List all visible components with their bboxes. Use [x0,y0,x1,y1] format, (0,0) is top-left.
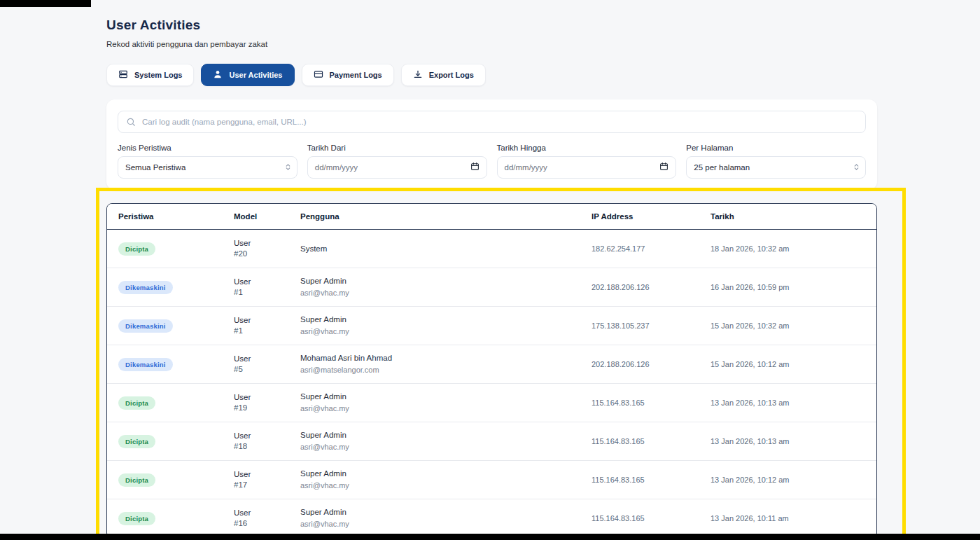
filter-label: Per Halaman [686,144,866,152]
event-badge: Dikemaskini [118,358,173,371]
user-name: Super Admin [300,314,569,325]
event-badge: Dikemaskini [118,281,173,294]
tab-user-activities[interactable]: User Activities [201,64,294,86]
filter-date-from: Tarikh Dari dd/mm/yyyy [307,144,487,179]
user-name: Super Admin [300,430,569,441]
filter-per-page: Per Halaman 25 per halaman [686,144,866,179]
model-name: User [234,431,278,441]
user-email: asri@matselangor.com [300,365,569,375]
ip-address: 115.164.83.165 [580,461,699,499]
user-email: asri@vhac.my [300,403,569,414]
table-row: Dikemaskini User #1 Super Admin asri@vha… [107,268,876,307]
model-id: #1 [234,287,278,298]
event-badge: Dicipta [118,396,155,410]
user-name: Super Admin [300,469,569,479]
user-icon [213,69,223,81]
model-id: #16 [234,518,278,529]
filter-date-to: Tarikh Hingga dd/mm/yyyy [497,144,677,179]
tab-bar: System Logs User Activities Payment Logs… [106,64,877,86]
credit-card-icon [314,69,323,81]
ip-address: 175.138.105.237 [580,307,699,345]
ip-address: 115.164.83.165 [580,422,699,461]
model-id: #19 [234,403,278,413]
user-email: asri@vhac.my [300,480,569,491]
table-header: Peristiwa Model Pengguna IP Address Tari… [107,204,876,230]
audit-log-table-card: Peristiwa Model Pengguna IP Address Tari… [106,203,877,539]
page-subtitle: Rekod aktiviti pengguna dan pembayar zak… [106,40,877,48]
log-date: 13 Jan 2026, 10:12 am [699,461,876,499]
table-body: Dicipta User #20 System 182.62.254.177 1… [107,230,876,538]
table-row: Dikemaskini User #5 Mohamad Asri bin Ahm… [107,345,876,384]
ip-address: 115.164.83.165 [580,499,699,538]
log-date: 13 Jan 2026, 10:13 am [699,384,876,422]
filter-label: Jenis Peristiwa [118,144,298,152]
table-row: Dicipta User #20 System 182.62.254.177 1… [107,230,876,268]
user-name: Super Admin [300,276,569,286]
column-header-model: Model [223,204,289,230]
user-name: System [300,244,569,254]
per-page-select[interactable]: 25 per halaman [686,156,866,179]
date-from-input[interactable]: dd/mm/yyyy [307,156,487,179]
user-email: asri@vhac.my [300,326,569,337]
ip-address: 182.62.254.177 [580,230,699,268]
calendar-icon[interactable] [659,161,668,174]
log-date: 15 Jan 2026, 10:12 am [699,345,876,384]
tab-label: System Logs [134,71,182,79]
filter-label: Tarikh Dari [307,144,487,152]
model-name: User [234,392,278,403]
table-row: Dicipta User #16 Super Admin asri@vhac.m… [107,499,876,538]
table-row: Dikemaskini User #1 Super Admin asri@vha… [107,307,876,345]
filter-card: Jenis Peristiwa Semua Peristiwa Tarikh D… [106,99,877,190]
model-name: User [234,238,278,249]
top-left-black-bar [0,0,91,7]
server-icon [118,69,128,81]
table-row: Dicipta User #19 Super Admin asri@vhac.m… [107,384,876,422]
log-date: 13 Jan 2026, 10:11 am [699,499,876,538]
model-id: #5 [234,364,278,375]
model-id: #20 [234,249,278,259]
event-type-select[interactable]: Semua Peristiwa [118,156,298,179]
date-to-input[interactable]: dd/mm/yyyy [497,156,677,179]
main-content: User Activities Rekod aktiviti pengguna … [106,0,877,539]
download-icon [413,69,423,81]
tab-export-logs[interactable]: Export Logs [401,64,486,86]
column-header-tarikh: Tarikh [699,204,876,230]
event-badge: Dicipta [118,473,155,487]
user-email: asri@vhac.my [300,288,569,298]
page-title: User Activities [106,0,877,33]
model-name: User [234,508,278,518]
audit-log-table: Peristiwa Model Pengguna IP Address Tari… [107,204,876,538]
ip-address: 202.188.206.126 [580,345,699,384]
model-name: User [234,469,278,480]
bottom-black-bar [0,534,980,540]
event-badge: Dicipta [118,512,155,525]
user-email: asri@vhac.my [300,519,569,529]
model-name: User [234,315,278,326]
column-header-peristiwa: Peristiwa [107,204,223,230]
model-id: #1 [234,326,278,336]
user-email: asri@vhac.my [300,442,569,452]
log-date: 18 Jan 2026, 10:32 am [699,230,876,268]
filters-grid: Jenis Peristiwa Semua Peristiwa Tarikh D… [118,144,866,179]
search-wrap [118,111,866,133]
log-date: 15 Jan 2026, 10:32 am [699,307,876,345]
search-input[interactable] [118,111,866,133]
filter-event-type: Jenis Peristiwa Semua Peristiwa [118,144,298,179]
model-id: #18 [234,441,278,452]
user-name: Super Admin [300,507,569,518]
log-date: 16 Jan 2026, 10:59 pm [699,268,876,307]
log-date: 13 Jan 2026, 10:13 am [699,422,876,461]
column-header-pengguna: Pengguna [289,204,580,230]
event-badge: Dicipta [118,242,155,256]
tab-label: Export Logs [429,71,474,79]
ip-address: 202.188.206.126 [580,268,699,307]
event-badge: Dicipta [118,435,155,448]
tab-payment-logs[interactable]: Payment Logs [302,64,394,86]
table-row: Dicipta User #18 Super Admin asri@vhac.m… [107,422,876,461]
column-header-ip: IP Address [580,204,699,230]
tab-system-logs[interactable]: System Logs [106,64,194,86]
calendar-icon[interactable] [470,161,479,174]
tab-label: User Activities [229,71,282,79]
user-name: Mohamad Asri bin Ahmad [300,353,569,364]
event-badge: Dikemaskini [118,319,173,333]
